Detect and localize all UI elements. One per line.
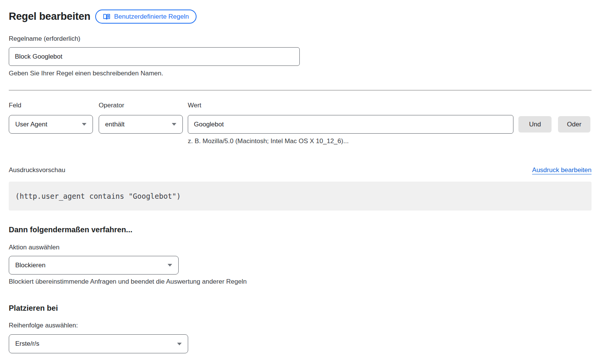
condition-row: Feld User Agent Operator enthält Wert z.…: [9, 102, 592, 145]
action-section: Dann folgendermaßen verfahren... Aktion …: [9, 225, 592, 286]
action-heading: Dann folgendermaßen verfahren...: [9, 225, 592, 234]
order-select-value: Erste/r/s: [15, 340, 39, 348]
expression-preview-label: Ausdrucksvorschau: [9, 166, 65, 174]
expression-section: Ausdrucksvorschau Ausdruck bearbeiten (h…: [9, 166, 592, 211]
section-divider: [9, 90, 592, 91]
operator-select[interactable]: enthält: [99, 115, 183, 134]
operator-group: Operator enthält: [99, 102, 183, 134]
order-select[interactable]: Erste/r/s: [9, 334, 188, 353]
custom-rules-badge-button[interactable]: Benutzerdefinierte Regeln: [95, 10, 197, 24]
custom-rules-badge-label: Benutzerdefinierte Regeln: [114, 13, 189, 21]
rule-name-help: Geben Sie Ihrer Regel einen beschreibend…: [9, 70, 592, 77]
and-button[interactable]: Und: [518, 116, 552, 133]
action-select-value: Blockieren: [15, 262, 45, 269]
expression-header: Ausdrucksvorschau Ausdruck bearbeiten: [9, 166, 592, 174]
chevron-down-icon: [177, 343, 182, 345]
field-select[interactable]: User Agent: [9, 115, 93, 134]
chevron-down-icon: [172, 123, 176, 126]
rule-name-section: Regelname (erforderlich) Geben Sie Ihrer…: [9, 35, 592, 77]
rule-name-input[interactable]: [9, 47, 300, 66]
operator-select-value: enthält: [105, 121, 125, 128]
action-label: Aktion auswählen: [9, 244, 592, 251]
action-help: Blockiert übereinstimmende Anfragen und …: [9, 278, 592, 286]
expression-preview-code: (http.user_agent contains "Googlebot"): [9, 182, 592, 211]
chevron-down-icon: [82, 123, 86, 126]
action-select[interactable]: Blockieren: [9, 256, 179, 275]
rule-editor-page: Regel bearbeiten Benutzerdefinierte Rege…: [0, 0, 598, 364]
rule-name-label: Regelname (erforderlich): [9, 35, 592, 43]
page-title: Regel bearbeiten: [9, 11, 90, 22]
value-label: Wert: [188, 102, 513, 109]
placement-section: Platzieren bei Reihenfolge auswählen: Er…: [9, 304, 592, 353]
placement-heading: Platzieren bei: [9, 304, 592, 313]
field-group: Feld User Agent: [9, 102, 93, 134]
value-input[interactable]: [188, 115, 513, 134]
value-help: z. B. Mozilla/5.0 (Macintosh; Intel Mac …: [188, 137, 513, 145]
field-select-value: User Agent: [15, 121, 47, 128]
order-label: Reihenfolge auswählen:: [9, 322, 592, 329]
logic-buttons: Und Oder: [518, 116, 590, 133]
header: Regel bearbeiten Benutzerdefinierte Rege…: [9, 10, 592, 24]
field-label: Feld: [9, 102, 93, 109]
edit-expression-link[interactable]: Ausdruck bearbeiten: [532, 166, 592, 174]
operator-label: Operator: [99, 102, 183, 109]
value-group: Wert z. B. Mozilla/5.0 (Macintosh; Intel…: [188, 102, 513, 145]
open-book-icon: [103, 13, 110, 21]
or-button[interactable]: Oder: [558, 116, 590, 133]
chevron-down-icon: [168, 264, 172, 267]
